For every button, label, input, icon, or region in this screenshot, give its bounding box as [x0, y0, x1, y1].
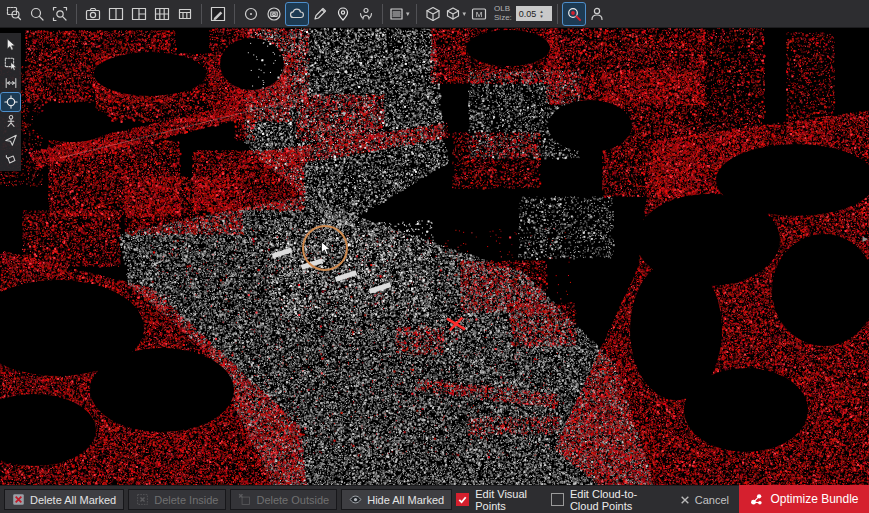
split-view-icon [108, 6, 124, 22]
olb-spinner[interactable]: ▴▾ [540, 9, 543, 18]
zoom-window-icon [6, 6, 22, 22]
image-m-button[interactable]: M [468, 3, 490, 25]
point-cloud-viewport[interactable] [0, 28, 869, 485]
limit-box-icon [243, 6, 259, 22]
toolbar-separator [557, 4, 558, 24]
mark-actions-group: Delete All MarkedDelete InsideDelete Out… [4, 489, 452, 510]
point-cloud-button[interactable] [286, 3, 308, 25]
annotate-icon [312, 6, 328, 22]
zoom-fit-button[interactable] [49, 3, 71, 25]
delete-inside-button: Delete Inside [128, 489, 226, 510]
zoom-icon [29, 6, 45, 22]
hide-marked-icon [349, 493, 362, 506]
cursor-button[interactable] [1, 36, 20, 54]
user-button[interactable] [586, 3, 608, 25]
point-cloud-icon [289, 6, 305, 22]
delete-all-marked-button[interactable]: Delete All Marked [4, 489, 124, 510]
geotag-icon [335, 6, 351, 22]
bottom-bar: Delete All MarkedDelete InsideDelete Out… [0, 485, 869, 513]
limit-box-button[interactable] [240, 3, 262, 25]
button-label: Delete All Marked [30, 494, 116, 506]
cursor-icon [4, 38, 18, 52]
bucket-icon [4, 152, 18, 166]
app-window: ▾▾MOLBSize:0.05▴▾ ▸ Delete All MarkedDel… [0, 0, 869, 513]
close-icon [680, 495, 690, 505]
user-icon [589, 6, 605, 22]
toolbar-separator [382, 4, 383, 24]
annotate-button[interactable] [309, 3, 331, 25]
olb-size-label: OLBSize: [494, 5, 512, 23]
measure-button[interactable] [1, 74, 20, 92]
button-label: Delete Inside [154, 494, 218, 506]
cancel-label: Cancel [695, 494, 729, 506]
multi-view-icon [131, 6, 147, 22]
zoom-button[interactable] [26, 3, 48, 25]
geotag-button[interactable] [332, 3, 354, 25]
checkbox-label: Edit Cloud-to-Cloud Points [570, 488, 666, 512]
cleanup-tool-icon [566, 6, 582, 22]
view-cube-icon [425, 6, 441, 22]
navigate-button[interactable] [1, 131, 20, 149]
image-m-icon: M [471, 6, 487, 22]
optimize-bundle-label: Optimize Bundle [770, 492, 858, 506]
panel-expander[interactable]: ▸ [862, 232, 868, 245]
marquee-cursor-icon [4, 57, 18, 71]
toolbar-separator [76, 4, 77, 24]
snapshot-camera-button[interactable] [82, 3, 104, 25]
station-button[interactable] [1, 112, 20, 130]
olb-size-control: OLBSize:0.05▴▾ [494, 5, 552, 23]
top-toolbar: ▾▾MOLBSize:0.05▴▾ [0, 0, 869, 28]
delete-marked-icon [12, 493, 25, 506]
button-label: Hide All Marked [367, 494, 444, 506]
station-icon [4, 114, 18, 128]
svg-text:M: M [476, 10, 483, 19]
cube-camera-icon [446, 6, 462, 22]
chevron-down-icon: ▾ [463, 10, 467, 18]
bucket-button[interactable] [1, 150, 20, 168]
grid-view-icon [154, 6, 170, 22]
setup-rotate-button[interactable] [355, 3, 377, 25]
view-cube-button[interactable] [422, 3, 444, 25]
fence-tool-button[interactable] [1, 93, 20, 111]
button-label: Delete Outside [256, 494, 329, 506]
delete-outside-button: Delete Outside [230, 489, 337, 510]
cube-camera-button[interactable]: ▾ [445, 3, 468, 25]
zoom-window-button[interactable] [3, 3, 25, 25]
toolbar-separator [201, 4, 202, 24]
hide-all-marked-button[interactable]: Hide All Marked [341, 489, 452, 510]
delete-inside-icon [136, 493, 149, 506]
pano-camera-icon [266, 6, 282, 22]
fence-tool-icon [4, 95, 18, 109]
multi-view-button[interactable] [128, 3, 150, 25]
checkbox-edit-cloud-to-cloud-points[interactable]: Edit Cloud-to-Cloud Points [551, 488, 666, 512]
snapshot-camera-icon [85, 6, 101, 22]
checkbox-unchecked-icon [551, 493, 564, 506]
left-toolbar [0, 33, 21, 171]
grid-view-button[interactable] [151, 3, 173, 25]
menu-dropdown-button[interactable]: ▾ [388, 3, 411, 25]
checkbox-label: Edit Visual Points [475, 488, 537, 512]
menu-dropdown-icon [389, 6, 405, 22]
delete-outside-icon [238, 493, 251, 506]
edit-options-group: Edit Visual PointsEdit Cloud-to-Cloud Po… [456, 488, 729, 512]
bundle-icon [749, 492, 764, 507]
table-view-button[interactable] [174, 3, 196, 25]
cancel-button[interactable]: Cancel [680, 494, 729, 506]
pick-point-icon [210, 6, 226, 22]
toolbar-separator [416, 4, 417, 24]
optimize-bundle-button[interactable]: Optimize Bundle [739, 485, 869, 513]
checkbox-edit-visual-points[interactable]: Edit Visual Points [456, 488, 537, 512]
zoom-fit-icon [52, 6, 68, 22]
measure-icon [4, 76, 18, 90]
setup-rotate-icon [358, 6, 374, 22]
chevron-down-icon: ▾ [406, 10, 410, 18]
marquee-cursor-button[interactable] [1, 55, 20, 73]
navigate-icon [4, 133, 18, 147]
checkbox-checked-icon [456, 493, 469, 506]
olb-size-input[interactable]: 0.05▴▾ [516, 6, 552, 21]
toolbar-separator [234, 4, 235, 24]
pano-camera-button[interactable] [263, 3, 285, 25]
pick-point-button[interactable] [207, 3, 229, 25]
cleanup-tool-button[interactable] [563, 3, 585, 25]
split-view-button[interactable] [105, 3, 127, 25]
